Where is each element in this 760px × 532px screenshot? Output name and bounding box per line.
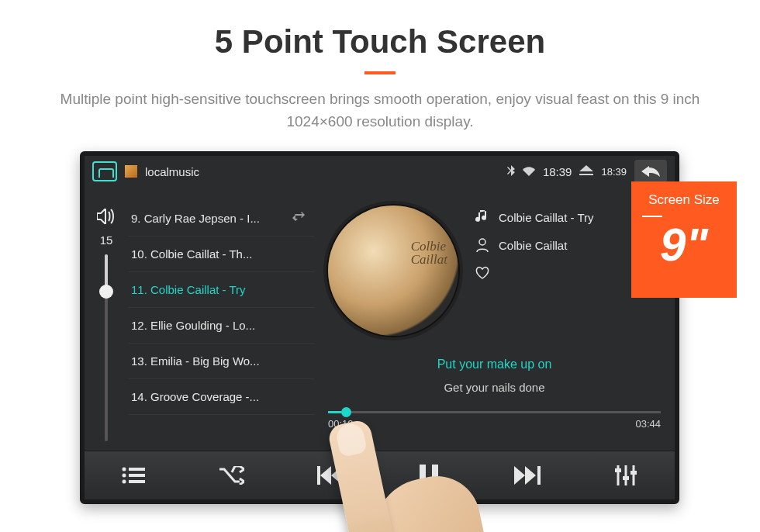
app-thumb-icon: [125, 165, 137, 178]
track-label: 12. Ellie Goulding - Lo...: [131, 319, 306, 332]
volume-knob[interactable]: [99, 285, 113, 299]
time-elapsed: 00:10: [328, 418, 354, 430]
wifi-icon: [523, 165, 535, 178]
now-playing-panel: Colbie Caillat Colbie Caillat - Try Colb…: [314, 187, 675, 451]
pause-button[interactable]: [407, 465, 451, 486]
clock-small: 18:39: [601, 166, 627, 178]
music-note-icon: [475, 210, 489, 224]
track-label: 13. Emilia - Big Big Wo...: [131, 354, 306, 368]
playlist[interactable]: 9. Carly Rae Jepsen - I...10. Colbie Cai…: [128, 187, 314, 451]
screen-size-badge: Screen Size 9": [631, 181, 737, 298]
track-label: 9. Carly Rae Jepsen - I...: [131, 212, 292, 225]
svg-rect-9: [615, 468, 621, 472]
svg-point-0: [479, 239, 485, 245]
volume-value: 15: [100, 233, 113, 247]
lyric-current: Put your make up on: [328, 358, 661, 371]
track-row[interactable]: 9. Carly Rae Jepsen - I...: [128, 201, 314, 237]
badge-label: Screen Size: [631, 192, 737, 208]
svg-rect-8: [432, 465, 438, 486]
chevron-up-icon[interactable]: [579, 165, 593, 178]
heart-icon: [475, 266, 489, 280]
volume-icon[interactable]: [97, 209, 116, 227]
time-total: 03:44: [635, 418, 661, 430]
svg-rect-7: [420, 465, 426, 486]
app-label: localmusic: [145, 165, 199, 178]
track-row[interactable]: 11. Colbie Caillat - Try: [128, 272, 314, 308]
equalizer-button[interactable]: [604, 465, 648, 485]
progress-knob[interactable]: [341, 407, 351, 417]
bluetooth-icon: [507, 165, 515, 178]
shuffle-button[interactable]: [210, 466, 254, 485]
track-label: 11. Colbie Caillat - Try: [131, 283, 306, 296]
svg-point-3: [123, 474, 126, 478]
volume-slider[interactable]: [105, 254, 108, 441]
status-bar: localmusic 18:39 18:39: [85, 156, 675, 187]
svg-rect-6: [129, 480, 145, 483]
title-underline: [364, 71, 396, 74]
progress-bar[interactable]: [328, 411, 661, 413]
svg-rect-4: [129, 474, 145, 477]
loop-icon: [292, 212, 306, 225]
track-label: 10. Colbie Caillat - Th...: [131, 247, 306, 261]
device-screenshot: localmusic 18:39 18:39 15 9. Carly Rae J…: [80, 151, 679, 504]
home-icon[interactable]: [92, 161, 117, 181]
favorite-button[interactable]: [475, 266, 594, 280]
badge-value: 9": [631, 222, 737, 268]
person-icon: [475, 238, 489, 252]
track-label: 14. Groove Coverage -...: [131, 390, 306, 403]
playback-controls: [85, 451, 675, 499]
page-title: 5 Point Touch Screen: [0, 23, 760, 60]
track-row[interactable]: 13. Emilia - Big Big Wo...: [128, 344, 314, 379]
track-title-line: Colbie Caillat - Try: [475, 210, 594, 224]
svg-rect-10: [623, 476, 629, 480]
volume-column: 15: [85, 187, 128, 451]
artist-line: Colbie Caillat: [475, 238, 594, 252]
svg-rect-2: [129, 468, 145, 471]
clock-main: 18:39: [543, 165, 572, 178]
previous-button[interactable]: [309, 466, 352, 485]
page-subtitle: Multiple point high-sensitive touchscree…: [31, 88, 729, 133]
back-button[interactable]: [634, 160, 667, 183]
album-art: Colbie Caillat: [328, 206, 458, 336]
list-button[interactable]: [112, 467, 155, 484]
track-row[interactable]: 14. Groove Coverage -...: [128, 379, 314, 415]
next-button[interactable]: [506, 466, 549, 485]
track-row[interactable]: 12. Ellie Goulding - Lo...: [128, 308, 314, 344]
lyric-next: Get your nails done: [328, 381, 661, 394]
track-row[interactable]: 10. Colbie Caillat - Th...: [128, 237, 314, 272]
svg-point-5: [123, 480, 126, 484]
svg-point-1: [123, 468, 126, 472]
svg-rect-11: [630, 471, 637, 475]
